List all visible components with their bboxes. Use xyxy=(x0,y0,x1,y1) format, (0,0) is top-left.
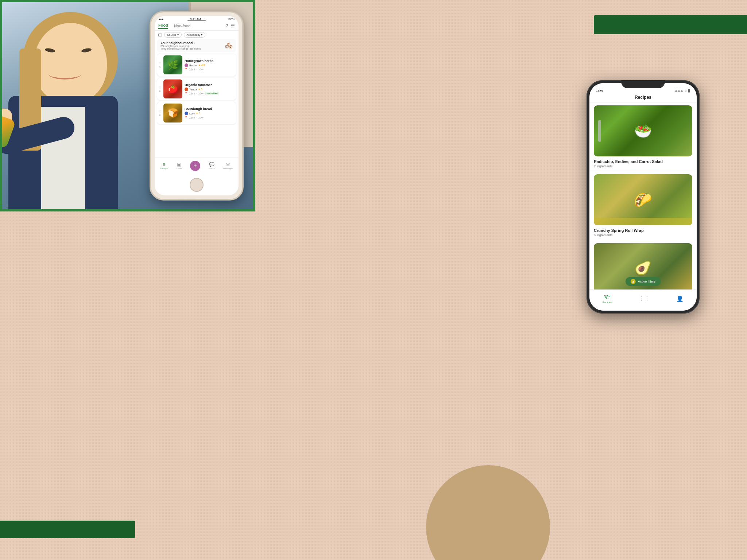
nav-browse[interactable]: ⋮⋮ xyxy=(638,295,650,302)
listing-meta: 📍 0.3mi · 10k+ Just added xyxy=(185,92,235,95)
recipe-item[interactable]: 🥗 Radicchio, Endive, and Carrot Salad 7 … xyxy=(589,102,697,171)
bottom-nav: ≡ Listings ▣ Cards + 💬 Forum ✉ Messages xyxy=(155,158,239,174)
messages-icon: ✉ xyxy=(226,162,230,167)
forum-label: Forum xyxy=(208,167,214,170)
phone-left: ●●● 9:41 AM 100% Food Non-food ? ☰ Sourc… xyxy=(150,11,244,201)
nav-forum[interactable]: 💬 Forum xyxy=(208,162,214,170)
recipe-title: Crunchy Spring Roll Wrap xyxy=(594,228,692,233)
recipe-ingredients: 7 ingredients xyxy=(594,164,692,168)
phone-left-inner: ●●● 9:41 AM 100% Food Non-food ? ☰ Sourc… xyxy=(155,16,239,195)
likes-count: 10k+ xyxy=(198,68,204,71)
neighbourhood-title: Your neighbourhood › xyxy=(160,41,201,45)
status-icons: ▲▲▲ ⌂ ▓ xyxy=(675,89,690,92)
nav-tabs: Food Non-food ? ☰ xyxy=(155,22,239,31)
steak-emoji: 🥑 xyxy=(594,243,692,294)
listing-meta: 📍 0.3mi · 10k+ xyxy=(185,116,235,119)
help-icon[interactable]: ? xyxy=(225,23,228,28)
bg-green-top xyxy=(594,15,747,34)
recipe-image-salad: 🥗 xyxy=(594,105,692,156)
wrap-emoji: 🌮 xyxy=(594,174,692,225)
distance: 0.3mi xyxy=(189,92,195,95)
tab-nonfood[interactable]: Non-food xyxy=(174,24,190,28)
battery-icon: ▓ xyxy=(688,89,690,92)
heart-icon: ♡ xyxy=(159,62,161,65)
profile-icon: 👤 xyxy=(676,295,684,302)
nav-icons: ? ☰ xyxy=(225,23,235,28)
time: 11:03 xyxy=(596,89,603,92)
user-name: Lucy xyxy=(189,112,195,115)
listing-user: Rachel ★ 4.8 xyxy=(185,63,235,67)
cards-label: Cards xyxy=(176,167,182,170)
user-rating: ★ 4.8 xyxy=(198,64,205,67)
listing-item[interactable]: ♡ 6 🍅 Organic tomatoes Tereza ★ 5 xyxy=(157,78,236,100)
filter-settings-icon[interactable] xyxy=(158,34,162,36)
add-button[interactable]: + xyxy=(190,161,200,171)
listing-user: Lucy ★ 5 xyxy=(185,112,235,115)
listing-image-herbs: 🌿 xyxy=(163,55,182,74)
forum-icon: 💬 xyxy=(209,162,214,167)
neighbourhood-detail: They shared 972 listings last month xyxy=(160,47,201,50)
nav-messages[interactable]: ✉ Messages xyxy=(223,162,233,170)
heart-count: 6 xyxy=(159,90,160,92)
nav-recipes[interactable]: 🍽 Recipes xyxy=(603,294,612,304)
recipe-image-wrap: 🌮 xyxy=(594,174,692,225)
tomato-image: 🍅 xyxy=(163,79,182,98)
distance: 0.2mi xyxy=(189,68,195,71)
user-avatar xyxy=(185,112,188,115)
cards-icon: ▣ xyxy=(177,162,181,167)
likes-count: 10k+ xyxy=(198,92,204,95)
neighbourhood-subtitle: 35k neighbours near you! xyxy=(160,45,201,47)
listings-list: ♡ 5 🌿 Homegrown herbs Rachel ★ 4.8 xyxy=(155,52,239,126)
listing-details: Homegrown herbs Rachel ★ 4.8 📍 0.2mi · 1… xyxy=(185,59,235,71)
filter-count: 2 xyxy=(631,279,636,284)
recipes-list: 🥗 Radicchio, Endive, and Carrot Salad 7 … xyxy=(589,102,697,301)
menu-icon[interactable]: ☰ xyxy=(231,23,235,28)
location-icon: 📍 xyxy=(185,68,187,71)
filter-bar: Source ▾ Availability ▾ xyxy=(155,31,239,39)
bg-green-bottom-left xyxy=(0,521,135,538)
bottom-nav: 🍽 Recipes ⋮⋮ 👤 xyxy=(589,289,697,311)
distance: 0.3mi xyxy=(189,116,195,119)
signal-icon: ●●● xyxy=(158,18,164,21)
user-rating: ★ 5 xyxy=(196,112,200,115)
user-rating: ★ 5 xyxy=(198,88,202,91)
neighbourhood-card[interactable]: Your neighbourhood › 35k neighbours near… xyxy=(157,39,236,52)
active-filters-bar[interactable]: 2 Active filters xyxy=(626,277,661,286)
bread-image: 🍞 xyxy=(163,104,182,122)
nav-listings[interactable]: ≡ Listings xyxy=(160,162,167,170)
recipe-image-steak: 🥑 xyxy=(594,243,692,294)
source-filter[interactable]: Source ▾ xyxy=(164,32,182,38)
browse-icon: ⋮⋮ xyxy=(638,295,650,302)
messages-label: Messages xyxy=(223,167,233,170)
recipes-icon: 🍽 xyxy=(604,294,610,300)
recipe-item[interactable]: 🌮 Crunchy Spring Roll Wrap 6 ingredients xyxy=(589,171,697,240)
recipe-ingredients: 6 ingredients xyxy=(594,233,692,237)
heart-button[interactable]: ♡ 6 xyxy=(159,86,161,92)
nav-cards[interactable]: ▣ Cards xyxy=(176,162,182,170)
listing-title: Homegrown herbs xyxy=(185,59,235,63)
bg-tan-circle xyxy=(426,465,550,560)
nav-profile[interactable]: 👤 xyxy=(676,295,684,302)
phone-right: 11:03 ▲▲▲ ⌂ ▓ Recipes 🥗 Radicchio, Endiv… xyxy=(587,80,700,314)
listing-title: Organic tomatoes xyxy=(185,83,235,87)
user-avatar xyxy=(185,63,188,67)
signal-bars: ▲▲▲ xyxy=(675,89,684,92)
listings-icon: ≡ xyxy=(163,162,165,167)
user-avatar xyxy=(185,88,188,91)
location-icon: 📍 xyxy=(185,92,187,95)
heart-button[interactable]: ♡ 5 xyxy=(159,62,161,68)
just-added-badge: Just added xyxy=(205,92,219,95)
active-filters-label: Active filters xyxy=(638,280,656,283)
availability-filter[interactable]: Availability ▾ xyxy=(184,32,206,38)
listings-label: Listings xyxy=(160,167,167,170)
tab-food[interactable]: Food xyxy=(158,23,168,29)
neighbourhood-text: Your neighbourhood › 35k neighbours near… xyxy=(160,41,201,50)
listing-item[interactable]: ♡ 8 🍞 Sourdough bread Lucy ★ 5 xyxy=(157,102,236,124)
user-name: Tereza xyxy=(189,88,197,91)
listing-item[interactable]: ♡ 5 🌿 Homegrown herbs Rachel ★ 4.8 xyxy=(157,54,236,76)
herb-image: 🌿 xyxy=(163,55,182,74)
heart-button[interactable]: ♡ 8 xyxy=(159,110,161,116)
listing-meta: 📍 0.2mi · 10k+ xyxy=(185,68,235,71)
battery: 100% xyxy=(228,18,235,21)
home-button[interactable] xyxy=(190,178,204,192)
